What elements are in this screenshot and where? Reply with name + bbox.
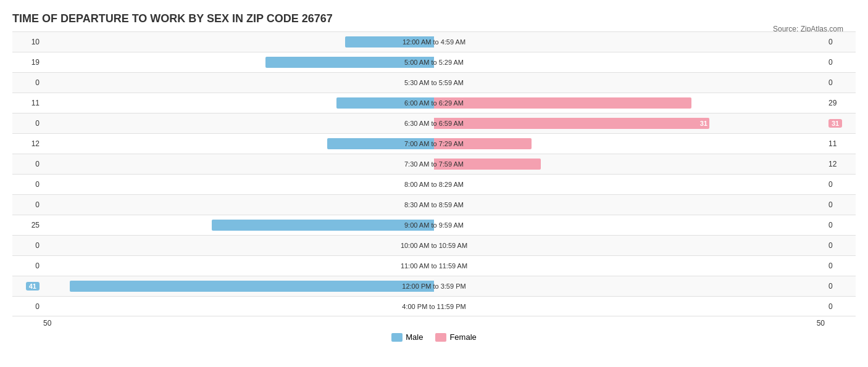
- female-value: 29: [825, 99, 856, 107]
- bars-area: 316:30 AM to 6:59 AM: [43, 113, 825, 133]
- male-value: 0: [12, 180, 43, 189]
- table-row: 4112:00 PM to 3:59 PM0: [12, 276, 856, 296]
- axis-left: 50: [43, 319, 51, 328]
- table-row: 010:00 AM to 10:59 AM0: [12, 235, 856, 255]
- female-value: 11: [825, 139, 856, 148]
- female-value: 0: [825, 282, 856, 291]
- table-row: 08:30 AM to 8:59 AM0: [12, 194, 856, 215]
- bars-area: 10:00 AM to 10:59 AM: [43, 236, 825, 255]
- chart-title: TIME OF DEPARTURE TO WORK BY SEX IN ZIP …: [12, 12, 856, 25]
- female-legend-label: Female: [449, 332, 476, 342]
- bars-area: 5:00 AM to 5:29 AM: [43, 52, 825, 72]
- bars-area: 6:00 AM to 6:29 AM: [43, 93, 825, 113]
- male-bar: [212, 220, 434, 231]
- bars-area: 9:00 AM to 9:59 AM: [43, 215, 825, 235]
- bars-area: 12:00 AM to 4:59 AM: [43, 32, 825, 52]
- male-value: 0: [12, 160, 43, 168]
- male-value: 19: [12, 58, 43, 67]
- time-label: 12:00 AM to 4:59 AM: [403, 38, 465, 46]
- male-bar: [70, 281, 434, 292]
- time-label: 8:30 AM to 8:59 AM: [404, 201, 464, 208]
- bars-area: 11:00 AM to 11:59 AM: [43, 256, 825, 276]
- female-bar: 31: [434, 118, 709, 129]
- male-value: 0: [12, 78, 43, 87]
- time-label: 4:00 PM to 11:59 PM: [402, 303, 465, 310]
- axis-labels: 50 50: [12, 319, 856, 328]
- table-row: 011:00 AM to 11:59 AM0: [12, 255, 856, 276]
- male-value: 0: [12, 200, 43, 209]
- female-value: 0: [825, 180, 856, 189]
- bars-area: 8:30 AM to 8:59 AM: [43, 195, 825, 215]
- bars-area: 7:00 AM to 7:29 AM: [43, 134, 825, 154]
- bars-area: 4:00 PM to 11:59 PM: [43, 297, 825, 316]
- female-value: 0: [825, 241, 856, 250]
- time-label: 7:30 AM to 7:59 AM: [404, 160, 464, 168]
- male-value: 41: [12, 282, 43, 291]
- table-row: 195:00 AM to 5:29 AM0: [12, 52, 856, 72]
- time-label: 6:00 AM to 6:29 AM: [404, 99, 464, 107]
- male-value: 11: [12, 99, 43, 107]
- table-row: 127:00 AM to 7:29 AM11: [12, 133, 856, 154]
- table-row: 116:00 AM to 6:29 AM29: [12, 93, 856, 113]
- table-row: 08:00 AM to 8:29 AM0: [12, 174, 856, 194]
- male-value: 0: [12, 302, 43, 311]
- table-row: 1012:00 AM to 4:59 AM0: [12, 31, 856, 52]
- male-value: 0: [12, 262, 43, 270]
- female-bar: [434, 97, 691, 109]
- time-label: 12:00 PM to 3:59 PM: [402, 282, 465, 290]
- male-value: 0: [12, 241, 43, 250]
- male-color-box: [391, 333, 403, 342]
- time-label: 11:00 AM to 11:59 AM: [401, 262, 467, 270]
- female-value: 0: [825, 302, 856, 311]
- female-value: 0: [825, 221, 856, 229]
- time-label: 6:30 AM to 6:59 AM: [404, 120, 464, 127]
- female-value: 0: [825, 38, 856, 46]
- table-row: 04:00 PM to 11:59 PM0: [12, 296, 856, 316]
- female-value: 31: [825, 119, 856, 128]
- time-label: 8:00 AM to 8:29 AM: [404, 181, 464, 188]
- male-value: 12: [12, 139, 43, 148]
- bars-area: 12:00 PM to 3:59 PM: [43, 276, 825, 296]
- bars-area: 8:00 AM to 8:29 AM: [43, 175, 825, 194]
- table-row: 05:30 AM to 5:59 AM0: [12, 72, 856, 93]
- male-legend-label: Male: [406, 332, 423, 342]
- legend: Male Female: [12, 332, 856, 342]
- male-value: 0: [12, 119, 43, 128]
- female-value: 0: [825, 78, 856, 87]
- female-value: 0: [825, 58, 856, 67]
- female-color-box: [435, 333, 446, 342]
- table-row: 259:00 AM to 9:59 AM0: [12, 215, 856, 235]
- male-value: 25: [12, 221, 43, 229]
- legend-male: Male: [391, 332, 423, 342]
- female-value: 0: [825, 200, 856, 209]
- time-label: 5:00 AM to 5:29 AM: [404, 59, 464, 66]
- time-label: 7:00 AM to 7:29 AM: [404, 140, 464, 147]
- time-label: 5:30 AM to 5:59 AM: [404, 79, 464, 86]
- legend-female: Female: [435, 332, 476, 342]
- male-value: 10: [12, 38, 43, 46]
- bars-area: 5:30 AM to 5:59 AM: [43, 73, 825, 93]
- table-row: 07:30 AM to 7:59 AM12: [12, 154, 856, 174]
- table-row: 0316:30 AM to 6:59 AM31: [12, 113, 856, 133]
- female-value: 12: [825, 160, 856, 168]
- time-label: 10:00 AM to 10:59 AM: [401, 242, 467, 249]
- axis-right: 50: [817, 319, 825, 328]
- chart-container: 1012:00 AM to 4:59 AM0195:00 AM to 5:29 …: [12, 31, 856, 342]
- bars-area: 7:30 AM to 7:59 AM: [43, 154, 825, 174]
- time-label: 9:00 AM to 9:59 AM: [404, 221, 464, 229]
- female-value: 0: [825, 262, 856, 270]
